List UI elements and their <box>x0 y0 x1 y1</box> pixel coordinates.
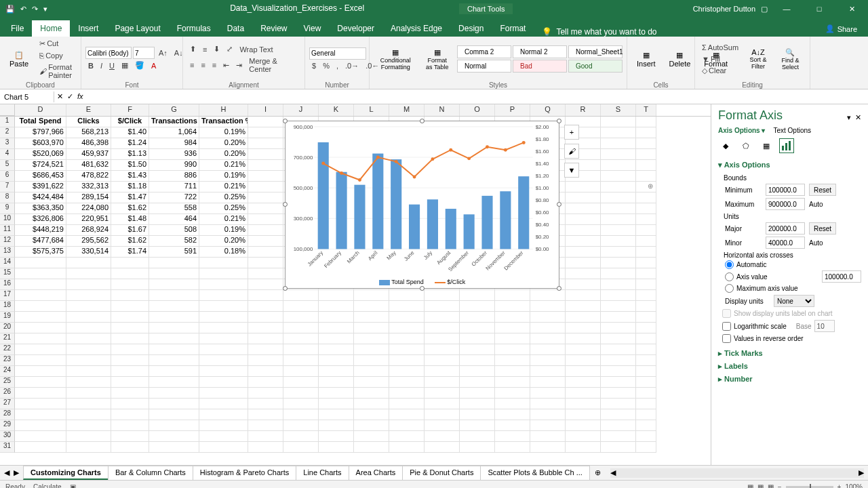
format-painter-button[interactable]: 🖌Format Painter <box>37 62 77 81</box>
minor-input[interactable] <box>766 237 805 249</box>
sheet-tab[interactable]: Bar & Column Charts <box>108 466 193 480</box>
name-box[interactable]: Chart 5 <box>0 92 54 102</box>
tab-developer[interactable]: Developer <box>329 20 382 37</box>
style-normal[interactable]: Normal <box>457 60 511 73</box>
tab-view[interactable]: View <box>296 20 330 37</box>
wrap-text-button[interactable]: Wrap Text <box>237 44 275 55</box>
chart-filter-button[interactable]: ▼ <box>564 163 579 178</box>
radio-automatic[interactable] <box>725 260 734 269</box>
tab-review[interactable]: Review <box>252 20 295 37</box>
radio-max-axis[interactable] <box>725 284 734 293</box>
new-sheet-button[interactable]: ⊕ <box>589 468 606 477</box>
pane-dropdown-icon[interactable]: ▾ <box>847 113 851 122</box>
currency-button[interactable]: $ <box>309 60 319 71</box>
tab-formulas[interactable]: Formulas <box>169 20 219 37</box>
font-name-select[interactable] <box>85 47 132 59</box>
tab-analysis-edge[interactable]: Analysis Edge <box>382 20 450 37</box>
horizontal-scrollbar[interactable]: ◀ ▶ <box>610 468 864 478</box>
paste-button[interactable]: 📋 Paste <box>4 38 34 80</box>
font-color-button[interactable]: A <box>149 60 159 71</box>
major-input[interactable] <box>766 222 805 235</box>
pane-close-icon[interactable]: ✕ <box>855 113 861 122</box>
font-size-select[interactable] <box>133 47 155 59</box>
orientation-button[interactable]: ⤢ <box>224 43 235 55</box>
autosum-button[interactable]: ΣAutoSum <box>699 42 741 53</box>
section-labels[interactable]: ▸ Labels <box>718 360 861 373</box>
align-middle-button[interactable]: ≡ <box>200 44 210 55</box>
cut-button[interactable]: ✂Cut <box>37 38 77 49</box>
view-layout-icon[interactable]: ▦ <box>757 483 764 488</box>
chart-object[interactable]: 100,000300,000500,000700,000900,000$0.00… <box>285 121 559 289</box>
user-name[interactable]: Christopher Dutton <box>693 5 755 13</box>
sheet-nav-next-icon[interactable]: ▶ <box>14 468 19 477</box>
chart-elements-button[interactable]: + <box>564 125 579 140</box>
tab-design[interactable]: Design <box>450 20 492 37</box>
tab-file[interactable]: File <box>3 20 32 37</box>
tab-data[interactable]: Data <box>219 20 252 37</box>
align-bottom-button[interactable]: ⬇ <box>211 43 222 55</box>
tab-format[interactable]: Format <box>492 20 534 37</box>
copy-button[interactable]: ⎘Copy <box>37 50 77 61</box>
border-button[interactable]: ▦ <box>119 60 131 71</box>
display-units-select[interactable]: None <box>774 295 814 307</box>
zoom-level[interactable]: 100% <box>845 483 863 488</box>
align-right-button[interactable]: ≡ <box>210 60 219 70</box>
minimize-button[interactable]: — <box>773 0 800 18</box>
fx-icon[interactable]: fx <box>77 92 83 101</box>
radio-axis-value[interactable] <box>725 272 734 281</box>
align-top-button[interactable]: ⬆ <box>187 43 199 55</box>
macro-record-icon[interactable]: ▣ <box>70 483 76 488</box>
find-select-button[interactable]: 🔍Find & Select <box>775 38 806 80</box>
fill-color-button[interactable]: 🪣 <box>132 60 147 71</box>
sheet-tab[interactable]: Scatter Plots & Bubble Ch ... <box>480 466 589 480</box>
comma-button[interactable]: , <box>334 60 341 71</box>
view-break-icon[interactable]: ▦ <box>768 483 774 488</box>
cancel-formula-icon[interactable]: ✕ <box>57 92 63 101</box>
sheet-tab[interactable]: Histogram & Pareto Charts <box>193 466 296 480</box>
pane-tab-text-options[interactable]: Text Options <box>773 127 811 134</box>
increase-indent-button[interactable]: ⇥ <box>233 60 245 71</box>
underline-button[interactable]: U <box>106 60 117 71</box>
zoom-in-button[interactable]: + <box>837 483 842 488</box>
log-scale-check[interactable] <box>722 322 731 331</box>
pane-effects-icon[interactable]: ⬠ <box>738 138 753 153</box>
pane-tab-axis-options[interactable]: Axis Options ▾ <box>718 127 765 134</box>
reverse-check[interactable] <box>722 334 731 343</box>
min-reset-button[interactable]: Reset <box>809 184 836 196</box>
view-normal-icon[interactable]: ▦ <box>747 483 753 488</box>
chart-styles-button[interactable]: 🖌 <box>564 144 579 159</box>
style-normal2[interactable]: Normal 2 <box>513 45 567 58</box>
pane-size-icon[interactable]: ▦ <box>759 138 774 153</box>
major-reset-button[interactable]: Reset <box>809 222 836 235</box>
tab-home[interactable]: Home <box>32 20 70 37</box>
style-bad[interactable]: Bad <box>513 60 567 73</box>
tell-me-box[interactable]: 💡 Tell me what you want to do <box>534 27 816 37</box>
min-input[interactable] <box>766 184 805 196</box>
qat-dropdown-icon[interactable]: ▾ <box>43 5 47 14</box>
sheet-nav-prev-icon[interactable]: ◀ <box>4 468 9 477</box>
decrease-indent-button[interactable]: ⇤ <box>220 60 232 71</box>
section-tick-marks[interactable]: ▸ Tick Marks <box>718 347 861 360</box>
redo-icon[interactable]: ↷ <box>32 5 38 14</box>
sheet-tab[interactable]: Customizing Charts <box>23 466 108 480</box>
style-good[interactable]: Good <box>568 60 623 73</box>
sheet-tab[interactable]: Pie & Donut Charts <box>402 466 481 480</box>
account-icon[interactable]: ▢ <box>761 5 768 14</box>
pane-fill-icon[interactable]: ◆ <box>718 138 733 153</box>
chart-plot[interactable]: 100,000300,000500,000700,000900,000$0.00… <box>285 121 559 288</box>
tab-insert[interactable]: Insert <box>70 20 106 37</box>
grow-font-button[interactable]: A↑ <box>156 47 170 58</box>
accept-formula-icon[interactable]: ✓ <box>67 92 73 101</box>
clear-button[interactable]: ◇Clear <box>699 65 741 77</box>
italic-button[interactable]: I <box>98 60 105 71</box>
spreadsheet[interactable]: DEFGHIJKLMNOPQRST 1Total SpendClicks$/Cl… <box>0 104 711 465</box>
sheet-tab[interactable]: Line Charts <box>296 466 349 480</box>
format-as-table-button[interactable]: ▦Format as Table <box>420 38 454 80</box>
undo-icon[interactable]: ↶ <box>20 5 26 14</box>
max-input[interactable] <box>766 198 805 210</box>
style-comma2[interactable]: Comma 2 <box>457 45 511 58</box>
conditional-formatting-button[interactable]: ▦Conditional Formatting <box>374 38 418 80</box>
section-axis-options[interactable]: ▾ Axis Options <box>718 159 861 171</box>
formula-input[interactable] <box>86 96 868 98</box>
close-button[interactable]: ✕ <box>838 0 865 18</box>
